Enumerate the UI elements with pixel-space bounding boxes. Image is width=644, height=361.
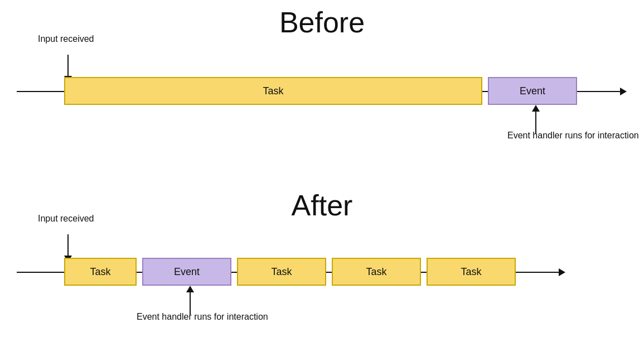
after-event-arrow — [186, 286, 194, 315]
after-event-box: Event — [142, 258, 231, 286]
diagram-container: Before Input received Task Event Event h… — [0, 0, 644, 361]
after-task-box-3: Task — [332, 258, 421, 286]
before-title: Before — [0, 6, 644, 39]
after-task-box-1: Task — [64, 258, 137, 286]
before-input-label: Input received — [38, 33, 94, 45]
before-task-box: Task — [64, 77, 482, 105]
after-input-label: Input received — [38, 213, 94, 225]
after-line-left — [17, 272, 64, 273]
before-right-arrow — [620, 88, 627, 95]
before-event-box: Event — [488, 77, 577, 105]
after-line-1 — [137, 272, 142, 273]
after-line-2 — [231, 272, 237, 273]
before-event-handler-label: Event handler runs for interaction — [507, 130, 639, 142]
after-line-4 — [421, 272, 427, 273]
before-line-left — [17, 91, 64, 92]
after-event-handler-label: Event handler runs for interaction — [137, 311, 268, 323]
after-line-5 — [516, 272, 560, 273]
after-task-box-2: Task — [237, 258, 326, 286]
after-title: After — [0, 189, 644, 222]
after-line-3 — [326, 272, 332, 273]
after-task-box-4: Task — [427, 258, 516, 286]
after-right-arrow — [559, 268, 565, 276]
before-line-mid — [482, 91, 488, 92]
before-line-right — [577, 91, 622, 92]
